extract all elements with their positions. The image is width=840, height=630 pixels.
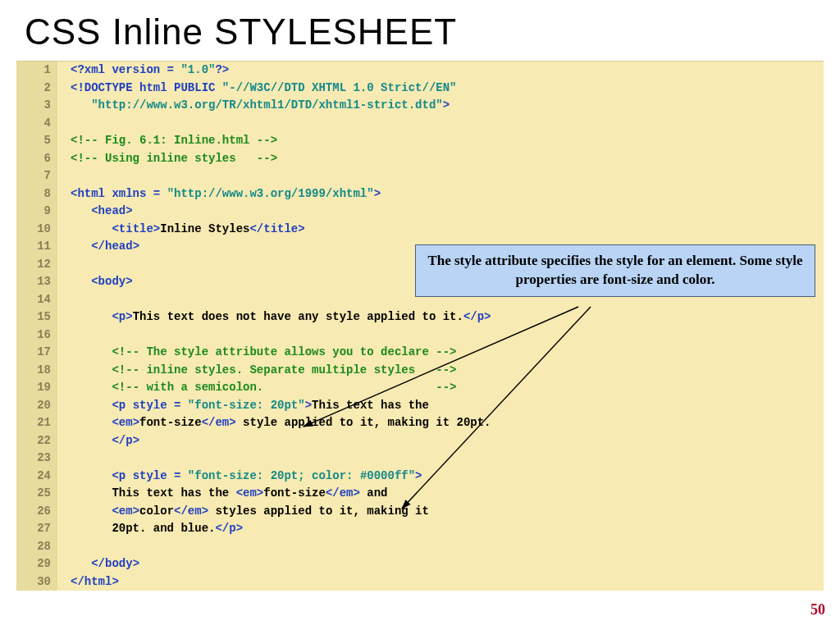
code-line: 8<html xmlns = "http://www.w3.org/1999/x… [16, 185, 824, 203]
line-number: 15 [16, 308, 57, 326]
line-number: 19 [16, 379, 57, 397]
code-content: <!-- Fig. 6.1: Inline.html --> [57, 132, 277, 150]
line-number: 26 [16, 503, 57, 521]
line-number: 12 [16, 256, 57, 274]
code-line: 16 [16, 326, 824, 345]
line-number: 4 [16, 115, 57, 133]
code-line: 1<?xml version = "1.0"?> [16, 62, 824, 80]
code-line: 4 [16, 115, 824, 133]
code-content [57, 326, 71, 345]
slide-title: CSS Inline STYLESHEET [25, 11, 840, 52]
code-content: <!-- Using inline styles --> [57, 150, 277, 168]
code-line: 15 <p>This text does not have any style … [16, 308, 824, 326]
code-content: <?xml version = "1.0"?> [57, 62, 229, 80]
code-content: <html xmlns = "http://www.w3.org/1999/xh… [57, 185, 381, 203]
code-content: <p style = "font-size: 20pt; color: #000… [57, 468, 422, 486]
line-number: 27 [16, 520, 57, 538]
code-content: <body> [57, 273, 133, 291]
code-content: <head> [57, 203, 133, 221]
line-number: 3 [16, 97, 57, 115]
line-number: 2 [16, 80, 57, 98]
code-content: <em>color</em> styles applied to it, mak… [57, 503, 429, 521]
code-line: 3 "http://www.w3.org/TR/xhtml1/DTD/xhtml… [16, 97, 824, 115]
code-content: <p style = "font-size: 20pt">This text h… [57, 397, 429, 415]
line-number: 1 [16, 62, 57, 80]
code-content: <!DOCTYPE html PUBLIC "-//W3C//DTD XHTML… [57, 80, 457, 98]
code-content: <title>Inline Styles</title> [57, 221, 305, 239]
line-number: 8 [16, 185, 57, 203]
code-content: <p>This text does not have any style app… [57, 308, 491, 326]
line-number: 11 [16, 238, 57, 256]
code-content: <!-- inline styles. Separate multiple st… [57, 362, 457, 380]
code-line: 21 <em>font-size</em> style applied to i… [16, 414, 824, 432]
code-line: 10 <title>Inline Styles</title> [16, 221, 824, 239]
line-number: 7 [16, 167, 57, 185]
code-content: <!-- with a semicolon. --> [57, 379, 457, 397]
code-content [57, 256, 71, 274]
annotation-box: The style attribute specifies the style … [415, 244, 815, 297]
code-content: <em>font-size</em> style applied to it, … [57, 414, 491, 432]
line-number: 9 [16, 203, 57, 221]
line-number: 16 [16, 326, 57, 345]
code-line: 19 <!-- with a semicolon. --> [16, 379, 824, 397]
code-content: </head> [57, 238, 139, 256]
line-number: 24 [16, 468, 57, 486]
code-content [57, 167, 71, 185]
code-content [57, 538, 71, 556]
page-number: 50 [810, 601, 825, 619]
line-number: 21 [16, 414, 57, 432]
code-content: This text has the <em>font-size</em> and [57, 485, 388, 503]
code-content: 20pt. and blue.</p> [57, 520, 243, 538]
code-content [57, 115, 71, 133]
line-number: 13 [16, 273, 57, 291]
code-line: 18 <!-- inline styles. Separate multiple… [16, 362, 824, 380]
line-number: 6 [16, 150, 57, 168]
code-line: 26 <em>color</em> styles applied to it, … [16, 503, 824, 521]
line-number: 28 [16, 538, 57, 556]
line-number: 18 [16, 362, 57, 380]
code-listing: 1<?xml version = "1.0"?>2<!DOCTYPE html … [16, 61, 824, 591]
code-content: </html> [57, 573, 119, 591]
code-line: 30</html> [16, 573, 824, 591]
code-content: </body> [57, 555, 139, 573]
code-line: 20 <p style = "font-size: 20pt">This tex… [16, 397, 824, 415]
code-line: 29 </body> [16, 555, 824, 573]
code-line: 23 [16, 450, 824, 468]
code-line: 27 20pt. and blue.</p> [16, 520, 824, 538]
code-content [57, 450, 71, 468]
code-line: 25 This text has the <em>font-size</em> … [16, 485, 824, 503]
line-number: 14 [16, 291, 57, 309]
code-content: </p> [57, 432, 139, 450]
code-line: 24 <p style = "font-size: 20pt; color: #… [16, 468, 824, 486]
line-number: 22 [16, 432, 57, 450]
line-number: 25 [16, 485, 57, 503]
line-number: 17 [16, 344, 57, 362]
code-line: 2<!DOCTYPE html PUBLIC "-//W3C//DTD XHTM… [16, 80, 824, 98]
line-number: 10 [16, 221, 57, 239]
code-line: 5<!-- Fig. 6.1: Inline.html --> [16, 132, 824, 150]
code-line: 28 [16, 538, 824, 556]
code-content: <!-- The style attribute allows you to d… [57, 344, 457, 362]
code-line: 6<!-- Using inline styles --> [16, 150, 824, 168]
code-line: 7 [16, 167, 824, 185]
line-number: 30 [16, 573, 57, 591]
line-number: 29 [16, 555, 57, 573]
line-number: 23 [16, 450, 57, 468]
code-content: "http://www.w3.org/TR/xhtml1/DTD/xhtml1-… [57, 97, 450, 115]
line-number: 5 [16, 132, 57, 150]
code-line: 9 <head> [16, 203, 824, 221]
code-content [57, 291, 71, 309]
line-number: 20 [16, 397, 57, 415]
code-line: 22 </p> [16, 432, 824, 450]
code-line: 17 <!-- The style attribute allows you t… [16, 344, 824, 362]
